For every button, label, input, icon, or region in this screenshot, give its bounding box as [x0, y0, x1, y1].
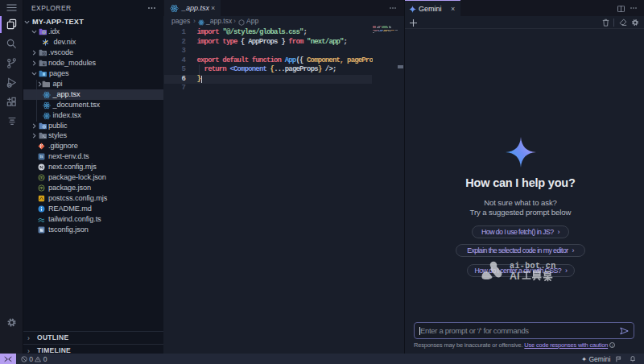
svg-text:AI: AI	[510, 271, 520, 282]
svg-text:ai-bot.cn: ai-bot.cn	[510, 262, 556, 271]
svg-text:ts: ts	[39, 155, 43, 159]
